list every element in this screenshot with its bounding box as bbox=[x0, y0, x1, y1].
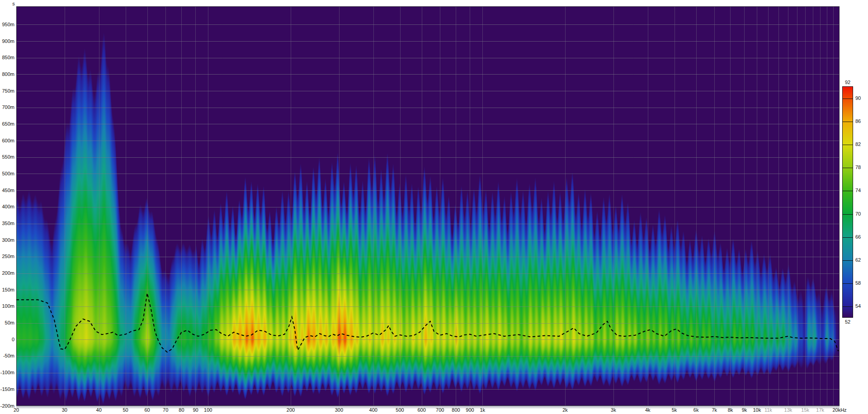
y-tick-label: 150m bbox=[0, 287, 15, 293]
x-tick-label: 4k bbox=[645, 407, 651, 413]
legend-tick-line bbox=[843, 191, 853, 191]
x-tick-label: 7k bbox=[712, 407, 717, 413]
x-tick-label: 50 bbox=[123, 407, 128, 413]
spectrogram-plot-canvas[interactable] bbox=[16, 6, 840, 406]
y-axis-unit-label: s bbox=[10, 1, 17, 6]
legend-max-label: 92 bbox=[842, 80, 853, 85]
legend-tick-label: 54 bbox=[855, 303, 861, 309]
x-tick-label: 6k bbox=[693, 407, 699, 413]
legend-tick-line bbox=[843, 306, 853, 307]
x-tick-label: 700 bbox=[436, 407, 444, 413]
x-tick-label: 900 bbox=[466, 407, 474, 413]
x-tick-label: 600 bbox=[417, 407, 425, 413]
legend-tick-line bbox=[843, 283, 853, 284]
x-tick-label: 200 bbox=[287, 407, 295, 413]
y-tick-label: 250m bbox=[0, 254, 15, 259]
legend-tick-line bbox=[843, 99, 853, 99]
y-tick-label: 50m bbox=[0, 320, 15, 326]
x-tick-label: 300 bbox=[335, 407, 343, 413]
legend-tick-label: 78 bbox=[855, 165, 861, 170]
legend-tick-label: 90 bbox=[855, 95, 861, 101]
legend-tick-label: 70 bbox=[855, 211, 861, 217]
x-tick-label: 30 bbox=[62, 407, 67, 413]
x-tick-label: 8k bbox=[728, 407, 733, 413]
x-tick-label: 5k bbox=[672, 407, 677, 413]
x-tick-label: 10k bbox=[753, 407, 761, 413]
y-tick-label: 350m bbox=[0, 221, 15, 226]
legend-tick-line bbox=[843, 168, 853, 168]
legend-tick-label: 82 bbox=[855, 141, 861, 147]
legend-tick-label: 74 bbox=[855, 188, 861, 193]
x-tick-label: 2k bbox=[562, 407, 568, 413]
y-tick-label: 500m bbox=[0, 171, 15, 177]
x-tick-label: 70 bbox=[163, 407, 168, 413]
x-tick-label: 60 bbox=[144, 407, 150, 413]
legend-min-label: 52 bbox=[842, 319, 853, 325]
x-tick-label: 13k bbox=[784, 407, 793, 413]
x-tick-label: 80 bbox=[179, 407, 184, 413]
y-tick-label: 600m bbox=[0, 138, 15, 144]
legend-tick-label: 86 bbox=[855, 118, 861, 124]
y-tick-label: 450m bbox=[0, 188, 15, 193]
legend-tick-line bbox=[843, 260, 853, 261]
spectrogram-window: s 950m900m850m800m750m700m650m600m550m50… bbox=[0, 0, 868, 414]
y-tick-label: -100m bbox=[0, 370, 15, 376]
y-tick-label: -50m bbox=[0, 353, 15, 359]
y-tick-label: 700m bbox=[0, 104, 15, 110]
y-tick-label: 850m bbox=[0, 55, 15, 61]
x-tick-label: 100 bbox=[204, 407, 212, 413]
y-tick-label: -150m bbox=[0, 386, 15, 392]
legend-tick-line bbox=[843, 145, 853, 145]
legend-tick-label: 62 bbox=[855, 257, 861, 263]
y-tick-label: 200m bbox=[0, 270, 15, 276]
x-tick-label: 11k bbox=[764, 407, 772, 413]
x-tick-label: 17k bbox=[816, 407, 824, 413]
y-tick-label: 950m bbox=[0, 22, 15, 28]
x-tick-label: 9k bbox=[742, 407, 747, 413]
legend-tick-line bbox=[843, 237, 853, 238]
y-tick-label: 650m bbox=[0, 121, 15, 127]
y-tick-label: 750m bbox=[0, 88, 15, 94]
y-tick-label: 900m bbox=[0, 38, 15, 44]
y-tick-label: 400m bbox=[0, 204, 15, 210]
x-tick-label: 40 bbox=[96, 407, 102, 413]
legend-tick-line bbox=[843, 122, 853, 122]
legend-gradient-bar bbox=[842, 86, 853, 318]
legend-tick-label: 58 bbox=[855, 280, 861, 286]
y-tick-label: 0 bbox=[0, 337, 15, 343]
x-tick-label: 20kHz bbox=[832, 407, 846, 413]
y-tick-label: 800m bbox=[0, 71, 15, 77]
x-tick-label: 3k bbox=[611, 407, 616, 413]
x-tick-label: 800 bbox=[452, 407, 460, 413]
y-tick-label: 550m bbox=[0, 154, 15, 160]
x-tick-label: 400 bbox=[369, 407, 377, 413]
x-tick-label: 90 bbox=[193, 407, 198, 413]
x-tick-label: 20 bbox=[14, 407, 19, 413]
legend-tick-line bbox=[843, 214, 853, 215]
x-tick-label: 500 bbox=[396, 407, 404, 413]
x-tick-label: 15k bbox=[801, 407, 809, 413]
y-tick-label: 300m bbox=[0, 237, 15, 243]
legend-tick-label: 66 bbox=[855, 234, 861, 240]
y-tick-label: 100m bbox=[0, 303, 15, 309]
x-tick-label: 1k bbox=[480, 407, 485, 413]
